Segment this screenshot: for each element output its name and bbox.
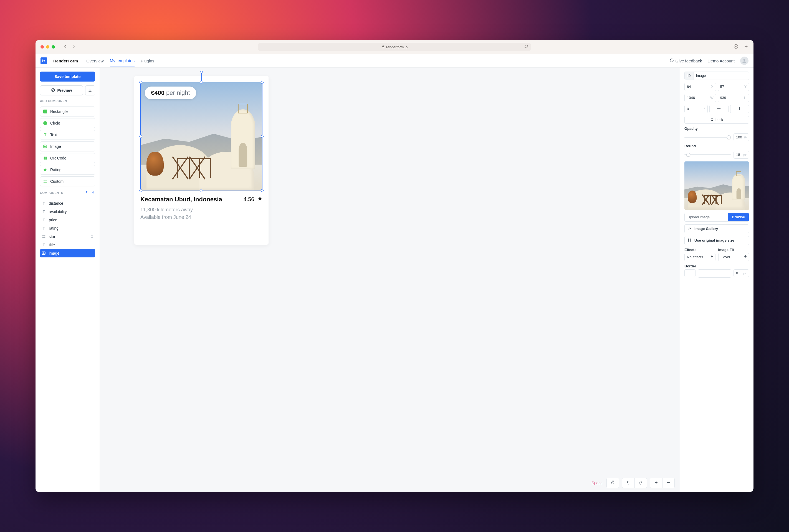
download-icon <box>88 88 92 93</box>
add-text[interactable]: T Text <box>40 130 95 140</box>
svg-point-5 <box>44 146 45 147</box>
border-width-value: 0 <box>736 271 738 275</box>
h-value: 939 <box>720 96 726 100</box>
add-custom-label: Custom <box>50 179 63 184</box>
give-feedback-link[interactable]: Give feedback <box>670 58 702 63</box>
avatar[interactable] <box>740 57 749 65</box>
save-template-button[interactable]: Save template <box>40 72 95 81</box>
app-logo[interactable] <box>40 57 47 64</box>
id-value: image <box>694 74 706 78</box>
circle-icon <box>43 121 48 126</box>
border-color-hex[interactable] <box>698 269 731 278</box>
undo-button[interactable] <box>622 478 635 488</box>
redo-button[interactable] <box>635 478 647 488</box>
nav-plugins[interactable]: Plugins <box>140 55 154 67</box>
maximize-window-icon[interactable] <box>52 45 55 49</box>
border-color-field[interactable] <box>684 269 695 277</box>
svg-rect-18 <box>711 119 713 121</box>
rectangle-icon <box>43 109 48 114</box>
nav-overview[interactable]: Overview <box>86 55 104 67</box>
width-field[interactable]: 1046W <box>684 94 716 102</box>
price-suffix: per night <box>165 89 190 96</box>
forward-icon[interactable] <box>72 44 76 50</box>
y-value: 57 <box>720 84 724 89</box>
x-field[interactable]: 64X <box>684 83 716 91</box>
svg-rect-0 <box>382 46 384 48</box>
x-value: 64 <box>687 84 691 89</box>
layer-rating[interactable]: T rating <box>40 224 95 232</box>
opacity-slider[interactable] <box>684 137 731 138</box>
effects-select[interactable]: No effects <box>684 253 715 261</box>
new-tab-icon[interactable] <box>744 44 749 50</box>
card-rating-value: 4.56 <box>243 196 254 202</box>
minimize-window-icon[interactable] <box>46 45 50 49</box>
downloads-icon[interactable] <box>733 44 738 50</box>
preview-button[interactable]: Preview <box>40 86 83 95</box>
y-field[interactable]: 57Y <box>718 83 749 91</box>
add-circle[interactable]: Circle <box>40 118 95 128</box>
flip-h-icon <box>717 107 721 112</box>
rotate-handle[interactable] <box>200 71 203 74</box>
brand-name: RenderForm <box>53 58 78 63</box>
upload-image[interactable]: Upload image Browse <box>684 213 749 222</box>
move-up-icon[interactable] <box>84 190 89 195</box>
layer-title[interactable]: T title <box>40 241 95 249</box>
flip-vertical-button[interactable] <box>730 105 749 113</box>
image-gallery-button[interactable]: Image Gallery <box>684 224 749 233</box>
round-slider[interactable] <box>684 154 731 155</box>
w-value: 1046 <box>687 96 695 100</box>
plus-icon <box>654 480 658 486</box>
add-image[interactable]: Image <box>40 141 95 151</box>
text-icon: T <box>42 218 46 222</box>
height-field[interactable]: 939H <box>718 94 749 102</box>
frame-icon <box>42 234 46 239</box>
close-window-icon[interactable] <box>40 45 44 49</box>
url-bar[interactable]: renderform.io <box>258 43 531 51</box>
layer-distance[interactable]: T distance <box>40 199 95 208</box>
add-qrcode[interactable]: QR Code <box>40 153 95 163</box>
add-rating-label: Rating <box>50 168 61 172</box>
layer-price[interactable]: T price <box>40 216 95 224</box>
download-button[interactable] <box>85 86 95 95</box>
star-icon <box>43 168 48 172</box>
original-size-button[interactable]: Use original image size <box>684 236 749 245</box>
effects-label: Effects <box>684 248 715 252</box>
round-value: 18 <box>736 153 740 157</box>
fit-select[interactable]: Cover <box>718 253 749 261</box>
zoom-in-button[interactable] <box>650 478 662 488</box>
opacity-input[interactable]: 100% <box>733 133 749 141</box>
browse-button[interactable]: Browse <box>728 213 749 221</box>
svg-rect-11 <box>45 159 46 159</box>
layer-star[interactable]: star <box>40 232 95 241</box>
orig-label: Use original image size <box>694 238 734 243</box>
card-image[interactable]: €400 per night <box>140 82 262 191</box>
refresh-icon[interactable] <box>525 45 528 49</box>
space-label: Space <box>591 481 603 485</box>
lock-icon <box>711 118 714 122</box>
flip-horizontal-button[interactable] <box>709 105 728 113</box>
nav-my-templates[interactable]: My templates <box>110 55 134 67</box>
id-field[interactable]: ID image <box>684 72 749 80</box>
rot-suffix: ° <box>704 107 706 111</box>
round-input[interactable]: 18px <box>733 151 749 159</box>
template-card: €400 per night Kecamatan Ubud, Indonesia… <box>134 76 268 245</box>
add-rating[interactable]: Rating <box>40 165 95 175</box>
add-rectangle[interactable]: Rectangle <box>40 107 95 116</box>
account-name[interactable]: Demo Account <box>708 58 735 63</box>
zoom-out-button[interactable] <box>662 478 674 488</box>
back-icon[interactable] <box>63 44 68 50</box>
layer-image[interactable]: image <box>40 249 95 258</box>
layer-availability[interactable]: T availability <box>40 208 95 216</box>
rotation-field[interactable]: 0° <box>684 105 708 113</box>
add-custom[interactable]: Custom <box>40 176 95 186</box>
svg-rect-14 <box>43 235 45 238</box>
border-width-input[interactable]: 0px <box>733 269 749 277</box>
lock-label: Lock <box>715 118 723 122</box>
pan-button[interactable] <box>607 478 619 488</box>
x-suffix: X <box>711 85 714 89</box>
lock-button[interactable]: Lock <box>684 116 749 124</box>
feedback-label: Give feedback <box>676 58 702 63</box>
canvas[interactable]: €400 per night Kecamatan Ubud, Indonesia… <box>100 68 680 492</box>
move-down-icon[interactable] <box>91 190 95 195</box>
url-text: renderform.io <box>386 45 408 49</box>
